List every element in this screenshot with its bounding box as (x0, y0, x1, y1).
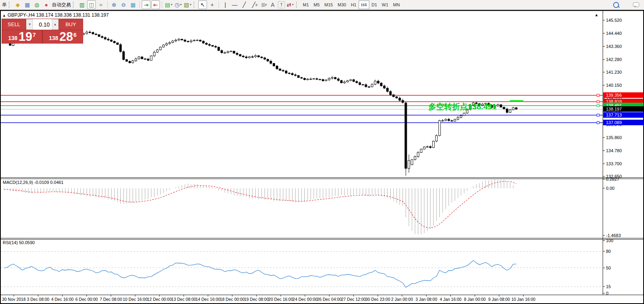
crosshair-icon[interactable]: + (208, 0, 217, 9)
zoom-out-icon[interactable]: ⊖ (119, 0, 128, 9)
volume-stepper: ▼ 0.10 ▲ (26, 19, 59, 30)
svg-text:143.360: 143.360 (606, 44, 622, 49)
toolbar-separator (218, 1, 219, 8)
volume-value[interactable]: 0.10 (33, 19, 51, 30)
arrows-icon[interactable]: ⇄▾ (286, 0, 294, 9)
sell-price[interactable]: 138 19 7 (2, 30, 43, 44)
svg-text:27 Dec 12:00: 27 Dec 12:00 (341, 297, 366, 302)
svg-text:24 Dec 00:00: 24 Dec 00:00 (293, 297, 317, 302)
toolbar-grip (194, 2, 196, 8)
svg-text:145.520: 145.520 (606, 18, 622, 23)
green-trend-segment[interactable] (510, 100, 523, 102)
pivot-annotation[interactable]: 多空转折点138.491 (428, 101, 496, 112)
toolbar-grip (9, 2, 11, 8)
rsi-levels (1, 251, 603, 287)
sell-price-big: 19 (19, 31, 32, 43)
rsi-label: RSI(14) 50.0590 (3, 240, 35, 245)
price-tag-137.089: 137.089 (606, 120, 622, 125)
buy-price[interactable]: 138 28 6 (43, 30, 83, 44)
line-handle[interactable] (597, 114, 599, 117)
buy-price-small: 138 (49, 35, 58, 41)
sell-button[interactable]: SELL (2, 19, 26, 30)
line-handle[interactable] (597, 94, 599, 97)
period-icon[interactable]: ◷▾ (174, 0, 182, 9)
chart-frame (0, 10, 644, 304)
new-order-icon[interactable]: ◆ (13, 0, 22, 9)
svg-text:140.150: 140.150 (606, 83, 622, 88)
svg-text:15: 15 (606, 284, 611, 289)
vertical-line-icon[interactable]: | (221, 0, 230, 9)
autotrading-icon[interactable]: ● (42, 0, 51, 9)
toolbar-separator (139, 1, 140, 8)
timeframe-h1-button[interactable]: H1 (348, 0, 359, 9)
auto-scroll-icon[interactable]: ⇤ (151, 0, 160, 9)
text-icon[interactable]: A (268, 0, 277, 9)
svg-text:18 Dec 00:00: 18 Dec 00:00 (220, 297, 245, 302)
svg-text:10 Dec 16:00: 10 Dec 16:00 (123, 297, 148, 302)
svg-text:133.700: 133.700 (606, 161, 622, 166)
timeframe-d1-button[interactable]: D1 (369, 0, 380, 9)
toolbar-separator (107, 1, 108, 8)
candlestick-icon[interactable]: ◫ (87, 0, 96, 9)
buy-button[interactable]: BUY (59, 19, 83, 30)
text-label-icon[interactable]: T (278, 1, 285, 8)
svg-text:10 Jan 16:00: 10 Jan 16:00 (511, 297, 536, 302)
volume-down-button[interactable]: ▼ (26, 19, 33, 30)
template-icon[interactable]: ▨▾ (183, 0, 192, 9)
timeframe-m1-button[interactable]: M1 (300, 0, 311, 9)
svg-text:144.440: 144.440 (606, 31, 622, 36)
chart-title: ▲GBPJPY-,H4 138.174 138.336 138.131 138.… (2, 12, 109, 18)
timeframe-m15-button[interactable]: M15 (322, 0, 335, 9)
svg-text:4 Jan 16:00: 4 Jan 16:00 (440, 297, 462, 302)
svg-text:8 Jan 00:00: 8 Jan 00:00 (464, 297, 486, 302)
buy-price-big: 28 (59, 31, 73, 43)
macd-label: MACD(12,26,9) -0.0109 0.0461 (3, 180, 63, 185)
volume-up-button[interactable]: ▲ (52, 19, 59, 30)
market-watch-icon[interactable]: ▦ (23, 0, 32, 9)
buy-price-sup: 6 (74, 32, 77, 38)
channel-icon[interactable]: ╱E (249, 0, 258, 9)
timeframe-mn-button[interactable]: MN (391, 0, 402, 9)
chart-shift-icon[interactable]: ⇥ (142, 0, 150, 9)
svg-text:9 Jan 08:00: 9 Jan 08:00 (488, 297, 510, 302)
time-axis: 30 Nov 20183 Dec 08:004 Dec 16:006 Dec 0… (2, 295, 536, 302)
collapse-icon[interactable]: ▲ (2, 13, 6, 17)
tile-windows-icon[interactable]: ▦ (129, 0, 137, 9)
line-chart-icon[interactable]: ≈ (97, 0, 105, 9)
macd-histogram (4, 179, 516, 234)
chat-icon[interactable] (632, 0, 640, 9)
timeframe-m30-button[interactable]: M30 (335, 0, 348, 9)
price-tag-138.197: 138.197 (606, 107, 622, 111)
cursor-icon[interactable]: ↖ (198, 0, 207, 9)
svg-text:14 Dec 16:00: 14 Dec 16:00 (196, 297, 220, 302)
bar-chart-icon[interactable]: ▥ (78, 0, 86, 9)
autotrading-label: 自动交易 (51, 2, 72, 8)
timeframe-w1-button[interactable]: W1 (380, 0, 391, 9)
horizontal-line-icon[interactable]: — (230, 0, 239, 9)
zoom-in-icon[interactable]: ⊕ (110, 0, 118, 9)
line-handle[interactable] (597, 122, 599, 124)
search-icon[interactable] (612, 0, 620, 9)
trendline-icon[interactable]: ╱ (240, 0, 249, 9)
new-chart-icon[interactable]: ▤▾ (164, 0, 173, 9)
svg-text:50: 50 (606, 266, 611, 270)
price-tags: 139.356138.818138.491138.197137.713137.0… (603, 92, 644, 125)
fibonacci-icon[interactable]: ≣F (259, 0, 268, 9)
window-restore-icon[interactable]: ▲ (595, 13, 598, 17)
svg-text:0.2827: 0.2827 (606, 177, 619, 182)
svg-text:19 Dec 08:00: 19 Dec 08:00 (244, 297, 269, 302)
svg-text:26 Dec 04:00: 26 Dec 04:00 (317, 297, 342, 302)
sell-price-sup: 7 (33, 32, 36, 38)
chart-canvas[interactable]: 145.520144.440143.360142.280141.230140.1… (0, 0, 644, 304)
signal-icon[interactable]: ◍ (32, 0, 41, 9)
one-click-trading-panel: SELL ▼ 0.10 ▲ BUY 138 19 7 138 28 6 (2, 19, 83, 44)
line-handle[interactable] (597, 101, 599, 103)
svg-text:3 Dec 08:00: 3 Dec 08:00 (27, 297, 49, 302)
svg-text:0: 0 (606, 291, 608, 296)
line-handle[interactable] (597, 105, 599, 107)
timeframe-h4-button[interactable]: H4 (359, 0, 369, 9)
chart-title-text: GBPJPY-,H4 138.174 138.336 138.131 138.1… (8, 12, 109, 18)
svg-text:7 Dec 08:00: 7 Dec 08:00 (100, 297, 122, 302)
timeframe-m5-button[interactable]: M5 (311, 0, 322, 9)
svg-text:4 Dec 16:00: 4 Dec 16:00 (51, 297, 74, 302)
